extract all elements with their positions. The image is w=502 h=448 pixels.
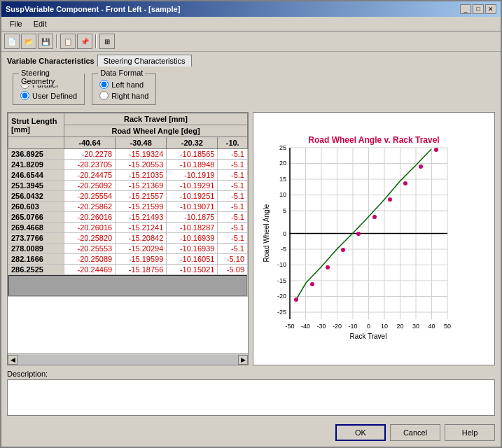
svg-text:-10: -10 — [277, 261, 286, 268]
grid-button[interactable]: ⊞ — [99, 34, 115, 49]
toolbar-separator-1 — [56, 34, 57, 48]
open-button[interactable]: 📂 — [21, 34, 36, 49]
data-point — [326, 265, 330, 270]
strut-header: Strut Length [mm] — [8, 113, 64, 137]
left-hand-radio[interactable] — [99, 80, 109, 89]
svg-text:40: 40 — [428, 323, 435, 330]
left-hand-label: Left hand — [111, 80, 144, 89]
tab-container: Variable Characteristics Steering Charac… — [1, 52, 501, 66]
table-wrapper[interactable]: Strut Length [mm] Rack Travel [mm] Road … — [8, 113, 248, 354]
tab-container-label: Variable Characteristics — [7, 57, 95, 65]
svg-text:-40: -40 — [301, 323, 310, 330]
data-point — [372, 215, 377, 219]
content-area: Steering Geometry Parallel User Defined … — [1, 66, 501, 447]
table-row: 236.8925 -20.2278 -15.19324 -10.18565 -5… — [8, 149, 248, 160]
data-format-legend: Data Format — [98, 69, 145, 77]
svg-text:0: 0 — [367, 323, 370, 330]
data-point — [388, 197, 392, 202]
data-point — [434, 148, 438, 152]
data-table: Strut Length [mm] Rack Travel [mm] Road … — [8, 113, 248, 297]
table-row: 260.603 -20.25862 -15.21599 -10.19071 -5… — [8, 202, 248, 212]
data-point — [403, 181, 407, 186]
data-point — [356, 232, 361, 236]
data-format-options: Left hand Right hand — [99, 80, 148, 100]
description-input[interactable] — [7, 379, 495, 416]
ok-button[interactable]: OK — [335, 424, 386, 441]
title-bar: SuspVariable Component - Front Left - [s… — [1, 1, 501, 17]
options-row: Steering Geometry Parallel User Defined … — [7, 71, 495, 108]
gray-block-row — [8, 275, 248, 297]
user-defined-label: User Defined — [32, 92, 77, 100]
svg-text:10: 10 — [279, 191, 286, 198]
svg-text:-50: -50 — [285, 323, 294, 330]
data-table-panel: Strut Length [mm] Rack Travel [mm] Road … — [7, 112, 249, 365]
svg-text:10: 10 — [381, 323, 388, 330]
chart-line — [296, 149, 431, 300]
maximize-button[interactable]: □ — [473, 4, 484, 14]
svg-text:30: 30 — [412, 323, 419, 330]
table-row: 273.7766 -20.25820 -15.20842 -10.16939 -… — [8, 233, 248, 244]
svg-text:-30: -30 — [316, 323, 326, 330]
description-label: Description: — [7, 370, 495, 378]
data-point — [341, 248, 345, 252]
svg-text:-20: -20 — [277, 293, 286, 300]
close-button[interactable]: ✕ — [485, 4, 496, 14]
rack-val-1: -40.64 — [64, 137, 116, 149]
copy-button[interactable]: 📋 — [60, 34, 76, 49]
svg-text:20: 20 — [396, 323, 403, 330]
scroll-right-button[interactable]: ▶ — [238, 355, 248, 365]
left-hand-radio-row: Left hand — [99, 80, 148, 89]
main-window: SuspVariable Component - Front Left - [s… — [0, 0, 502, 448]
description-section: Description: — [7, 370, 495, 417]
toolbar: 📄 📂 💾 📋 📌 ⊞ — [1, 31, 501, 52]
user-defined-radio[interactable] — [20, 91, 29, 100]
menu-edit[interactable]: Edit — [28, 18, 53, 29]
table-row: 241.8209 -20.23705 -15.20553 -10.18948 -… — [8, 160, 248, 170]
rack-val-4: -10. — [218, 137, 248, 149]
table-row: 246.6544 -20.24475 -15.21035 -10.1919 -5… — [8, 170, 248, 181]
help-button[interactable]: Help — [445, 424, 495, 441]
svg-text:50: 50 — [444, 323, 451, 330]
tab-steering-characteristics[interactable]: Steering Characteristics — [97, 55, 192, 66]
svg-text:-25: -25 — [277, 309, 286, 316]
svg-text:15: 15 — [279, 176, 286, 183]
rack-val-3: -20.32 — [167, 137, 218, 149]
title-bar-buttons: _ □ ✕ — [460, 4, 496, 14]
data-point — [419, 164, 423, 169]
minimize-button[interactable]: _ — [460, 4, 471, 14]
menu-file[interactable]: File — [4, 18, 28, 29]
svg-text:-20: -20 — [333, 323, 342, 330]
svg-text:0: 0 — [283, 230, 286, 237]
svg-text:-15: -15 — [277, 277, 286, 284]
button-row: OK Cancel Help — [7, 421, 495, 442]
chart-panel: Road Wheel Angle v. Rack Travel — [253, 112, 495, 365]
empty-header — [8, 137, 64, 149]
menu-bar: File Edit — [1, 17, 501, 31]
table-row: 286.2525 -20.24469 -15.18756 -10.15021 -… — [8, 265, 248, 275]
data-point — [294, 298, 298, 302]
save-button[interactable]: 💾 — [38, 34, 53, 49]
table-row: 251.3945 -20.25092 -15.21369 -10.19291 -… — [8, 181, 248, 191]
svg-text:-10: -10 — [348, 323, 357, 330]
right-hand-radio-row: Right hand — [99, 91, 148, 100]
rack-val-2: -30.48 — [116, 137, 167, 149]
data-point — [310, 282, 314, 286]
scroll-track[interactable] — [18, 355, 238, 365]
main-panels: Strut Length [mm] Rack Travel [mm] Road … — [7, 112, 495, 365]
angle-header: Road Wheel Angle [deg] — [64, 125, 248, 137]
pin-button[interactable]: 📌 — [77, 34, 92, 49]
steering-geometry-legend: Steering Geometry — [19, 69, 84, 85]
steering-geometry-group: Steering Geometry Parallel User Defined — [13, 74, 85, 105]
scroll-left-button[interactable]: ◀ — [8, 355, 18, 365]
right-hand-radio[interactable] — [99, 91, 109, 100]
right-hand-label: Right hand — [111, 92, 148, 100]
chart-title: Road Wheel Angle v. Rack Travel — [308, 135, 439, 145]
h-scrollbar[interactable]: ◀ ▶ — [8, 355, 248, 365]
chart-svg: Road Wheel Angle v. Rack Travel — [262, 130, 486, 347]
gray-block — [8, 275, 247, 296]
cancel-button[interactable]: Cancel — [390, 424, 440, 441]
horizontal-scrollbar[interactable]: ◀ ▶ — [8, 354, 248, 365]
new-button[interactable]: 📄 — [4, 34, 20, 49]
svg-text:25: 25 — [279, 144, 286, 151]
svg-text:-5: -5 — [281, 246, 286, 253]
